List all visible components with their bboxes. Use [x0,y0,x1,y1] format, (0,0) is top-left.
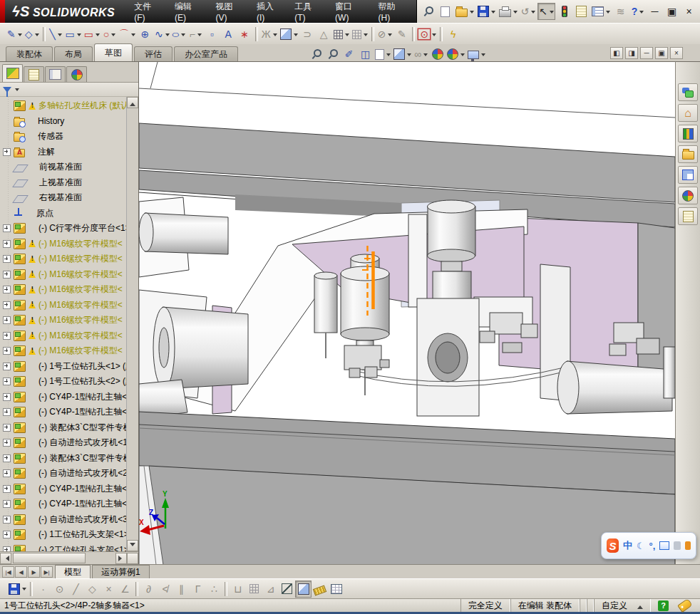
tab-sketch[interactable]: 草图 [94,43,133,61]
section-view-button[interactable]: ◫ [357,46,374,63]
toolbar-overflow-button[interactable]: ≋ [612,3,629,20]
expand-toggle[interactable] [3,363,11,370]
tab-evaluate[interactable]: 评估 [134,46,173,61]
tree-item-component[interactable]: (-) CY4P-1型钻孔主轴<4> [0,496,138,512]
expand-toggle[interactable] [3,148,11,156]
convert-entities-button[interactable] [279,26,299,43]
dropdown-arrow[interactable] [22,588,26,593]
instant2d-button[interactable]: ⊙ [417,26,438,43]
wireframe-display-button[interactable] [279,581,295,598]
menu-tools[interactable]: 工具(T) [287,0,327,23]
select-tool-button[interactable]: ↖ [537,3,555,20]
snap-nearest-button[interactable]: ∴ [206,581,222,598]
dropdown-arrow[interactable] [407,53,411,58]
tree-item-component[interactable]: (-) CY4P-1型钻孔主轴<1> [0,390,138,405]
last-tab-button[interactable]: ▶| [41,566,53,578]
document-restore-button[interactable]: ▣ [655,47,668,59]
expand-toggle[interactable] [3,531,11,538]
tree-item-component[interactable]: (-) M16螺纹零件模型< [0,236,138,252]
tree-item-component[interactable]: (-) 自动进给式攻牙机<3> [0,512,138,528]
smart-dimension-button[interactable]: ◇ [24,26,41,43]
tree-item-right-plane[interactable]: 右视基准面 [0,190,138,206]
tree-item-component[interactable]: (-) 装配体3`C型零件专机 [0,420,138,436]
dropdown-arrow[interactable] [423,53,428,58]
solidworks-resources-button[interactable]: ⌂ [678,104,698,122]
dropdown-arrow[interactable] [35,33,39,38]
rebuild-button[interactable] [556,3,572,20]
menu-view[interactable]: 视图(V) [207,0,248,23]
arc-tool[interactable]: ⌒ [118,26,137,43]
expand-toggle[interactable] [3,255,11,263]
slot-tool[interactable]: ▭ [83,26,101,43]
select-region-tool[interactable]: ▫ [204,26,220,43]
dropdown-arrow[interactable] [513,11,518,16]
design-library-button[interactable] [678,125,698,142]
snap-hv-button[interactable]: Γ [190,581,206,598]
dropdown-arrow[interactable] [606,11,610,16]
menu-insert[interactable]: 插入(I) [249,0,287,23]
ime-soft-keyboard-icon[interactable] [659,541,669,550]
dropdown-arrow[interactable] [491,11,495,16]
scroll-left-button[interactable] [0,553,11,564]
tab-layout[interactable]: 布局 [54,46,93,61]
expand-toggle[interactable] [3,378,11,385]
left-pane-toggle-button[interactable]: ◧ [610,47,623,59]
dropdown-arrow[interactable] [639,11,644,16]
mirror-entities-button[interactable]: Ж [260,26,279,43]
snap-points-button[interactable]: · [35,581,51,598]
ime-chinese-mode-icon[interactable]: 中 [623,539,632,552]
tree-item-annotations[interactable]: 注解 [0,145,138,160]
dropdown-arrow[interactable] [531,11,535,16]
search-button[interactable] [420,3,436,20]
expand-toggle[interactable] [3,408,11,416]
menu-file[interactable]: 文件(F) [126,0,167,23]
dropdown-arrow[interactable] [432,33,436,38]
snap-perpendicular-button[interactable]: ≮ [157,581,173,598]
dropdown-arrow[interactable] [364,33,368,38]
dropdown-arrow[interactable] [111,33,115,38]
featuremanager-tab[interactable] [2,64,23,82]
file-explorer-button[interactable] [678,145,698,163]
tree-root-assembly[interactable]: 多轴钻孔攻丝机床 (默认< [0,98,138,114]
dropdown-arrow[interactable] [18,33,22,38]
tab-office-products[interactable]: 办公室产品 [174,46,238,61]
save-button[interactable] [7,581,28,598]
undo-button[interactable]: ↺ [520,3,537,20]
filter-icon[interactable] [3,87,11,97]
linear-pattern-button[interactable] [332,26,351,43]
tree-item-top-plane[interactable]: 上视基准面 [0,175,138,191]
ime-toolbox-icon[interactable] [685,541,691,550]
tree-item-component[interactable]: (-) CY4P-1型钻孔主轴<3> [0,482,138,497]
tree-item-component[interactable]: (-) M16螺纹零件模型< [0,343,138,359]
tree-item-component[interactable]: (-) M16螺纹零件模型< [0,298,138,313]
spline-tool[interactable]: ∿ [153,26,171,43]
document-close-button[interactable]: × [670,47,683,59]
right-pane-toggle-button[interactable]: ◨ [625,47,638,59]
expand-toggle[interactable] [3,316,11,324]
model-tab[interactable]: 模型 [55,565,91,578]
display-relations-button[interactable]: ⊘ [376,26,394,43]
solidworks-forum-button[interactable] [678,83,698,101]
measure-button[interactable] [312,581,328,598]
app-restore-button[interactable]: ▣ [664,3,680,20]
tree-item-component[interactable]: (-) M16螺纹零件模型< [0,282,138,298]
help-button[interactable]: ? [629,3,646,20]
menu-window[interactable]: 窗口(W) [327,0,370,23]
filter-dropdown-arrow[interactable] [15,88,19,93]
expand-toggle[interactable] [3,516,11,524]
component-properties-button[interactable] [573,3,590,20]
dropdown-arrow[interactable] [345,33,349,38]
circle-tool[interactable]: ○ [101,26,118,43]
new-document-button[interactable] [437,3,453,20]
offset-entities-button[interactable]: ⊃ [299,26,316,43]
scrollbar-thumb[interactable] [13,553,86,563]
status-custom[interactable]: 自定义 [594,599,651,612]
menu-edit[interactable]: 编辑(E) [167,0,207,23]
ime-punctuation-icon[interactable]: °, [649,541,656,551]
point-tool[interactable]: ∗ [237,26,253,43]
zoom-fit-button[interactable] [308,46,324,63]
expand-toggle[interactable] [3,424,11,432]
expand-toggle[interactable] [3,485,11,493]
view-orientation-button[interactable] [392,46,413,63]
snap-parallel-button[interactable]: ∥ [173,581,190,598]
